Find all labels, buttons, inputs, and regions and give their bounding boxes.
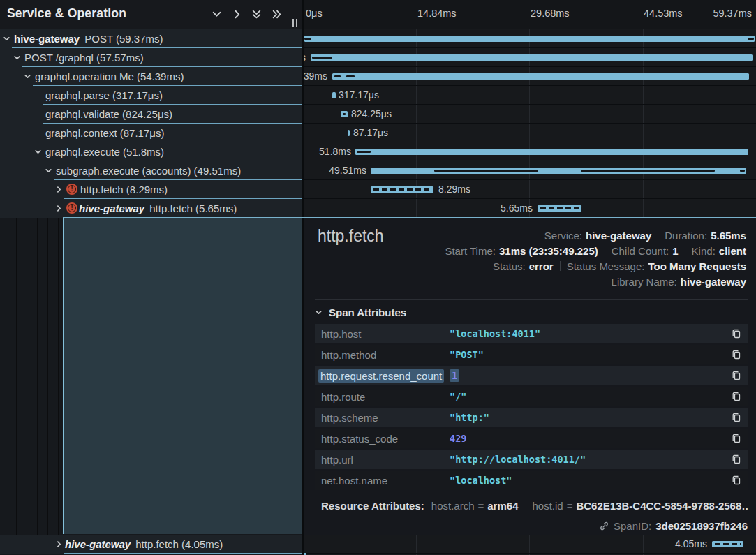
bar-segment — [740, 170, 745, 172]
tree-row-http-fetch-2-selected[interactable]: hive-gatewayhttp.fetch (5.65ms) — [0, 199, 302, 218]
attribute-key: http.method — [321, 349, 450, 361]
tree-row-hive-gateway-post[interactable]: hive-gatewayPOST (59.37ms) — [0, 29, 302, 48]
attribute-value: "localhost" — [450, 475, 512, 486]
meta-divider — [560, 261, 561, 271]
tree-row-subgraph-execute[interactable]: subgraph.execute (accounts) (49.51ms) — [0, 161, 302, 180]
meta-value: Too Many Requests — [648, 260, 746, 272]
span-detail-meta: Service: hive-gateway Duration: 5.65ms S… — [445, 228, 746, 289]
tree-row-http-fetch-3[interactable]: hive-gatewayhttp.fetch (4.05ms) — [0, 535, 302, 554]
meta-divider — [658, 230, 658, 240]
attribute-value: "POST" — [450, 349, 484, 360]
attribute-key: http.url — [321, 454, 450, 466]
copy-icon[interactable] — [731, 391, 742, 402]
meta-divider — [605, 246, 605, 256]
tree-row-graphql-operation[interactable]: graphql.operation Me (54.39ms) — [0, 67, 302, 86]
attribute-key: http.status_code — [321, 433, 450, 445]
span-label: graphql.validate (824.25μs) — [45, 105, 172, 124]
tree-row-graphql-context[interactable]: graphql.context (87.17μs) — [0, 124, 302, 142]
span-bar-validate[interactable] — [341, 111, 348, 117]
span-bar-http-fetch-3[interactable] — [712, 541, 743, 547]
attribute-value: "localhost:4011" — [450, 328, 540, 339]
meta-value: 5.65ms — [711, 230, 746, 242]
link-icon[interactable] — [599, 521, 609, 531]
tree-row-post-graphql[interactable]: POST /graphql (57.57ms) — [0, 48, 302, 67]
service-operation-header: Service & Operation — [0, 0, 302, 29]
span-label: graphql.execute (51.8ms) — [45, 142, 164, 161]
bar-segment — [343, 113, 346, 115]
span-id-value: 3de02518937fb246 — [655, 520, 748, 532]
copy-icon[interactable] — [731, 328, 742, 339]
chevron-down-icon — [315, 309, 323, 316]
span-bar-context[interactable] — [348, 130, 350, 136]
panel-title: Service & Operation — [7, 6, 126, 21]
collapse-one-icon[interactable] — [212, 9, 223, 20]
span-id-label: SpanID: — [614, 520, 651, 532]
attribute-value: "/" — [450, 391, 466, 402]
drag-handle-bar — [292, 19, 294, 27]
duration-label: 54.39ms — [304, 67, 327, 86]
copy-icon[interactable] — [731, 454, 742, 465]
span-detail-title: http.fetch — [318, 227, 384, 246]
span-id-row: SpanID: 3de02518937fb246 — [599, 518, 748, 533]
meta-divider — [685, 246, 685, 256]
copy-icon[interactable] — [731, 433, 742, 444]
tree-row-graphql-execute[interactable]: graphql.execute (51.8ms) — [0, 142, 302, 161]
expand-one-icon[interactable] — [232, 9, 243, 20]
panel-resize-handle[interactable] — [292, 19, 299, 28]
bar-segment — [346, 75, 355, 77]
bar-segment — [334, 75, 341, 77]
selected-row-border — [63, 217, 756, 218]
equals-sign: = — [478, 500, 484, 512]
attribute-row-selected: http.request.resend_count 1 — [315, 366, 748, 385]
resource-attributes-section-header[interactable]: Resource Attributes: host.arch = arm64 h… — [315, 497, 748, 514]
tree-row-http-fetch-1[interactable]: http.fetch (8.29ms) — [0, 180, 302, 199]
timeline-row-border — [304, 47, 756, 48]
row-border — [64, 553, 302, 554]
equals-sign: = — [567, 500, 573, 512]
span-bar-post-root[interactable] — [304, 36, 755, 42]
tree-row-graphql-validate[interactable]: graphql.validate (824.25μs) — [0, 105, 302, 124]
meta-value: hive-gateway — [586, 230, 651, 242]
duration-label: 824.25μs — [351, 105, 392, 124]
attribute-value: 429 — [450, 433, 466, 444]
span-bar-subgraph[interactable] — [371, 168, 746, 174]
meta-label: Service: — [544, 230, 582, 242]
duration-label: 87.17μs — [353, 124, 388, 142]
span-bar-http-fetch-2[interactable] — [538, 205, 581, 212]
span-attributes-section-header[interactable]: Span Attributes — [315, 306, 406, 318]
chevron-down-icon[interactable] — [24, 73, 31, 80]
span-bar-operation-me[interactable] — [332, 73, 749, 80]
chevron-down-icon[interactable] — [13, 54, 21, 61]
duration-label: 4.05ms — [658, 535, 707, 554]
copy-icon[interactable] — [731, 475, 742, 486]
span-bar-execute[interactable] — [355, 149, 748, 155]
chevron-down-icon[interactable] — [34, 148, 42, 156]
span-bar-post-graphql[interactable] — [311, 54, 753, 61]
chevron-down-icon[interactable] — [45, 167, 52, 175]
tree-row-graphql-parse[interactable]: graphql.parse (317.17μs) — [0, 86, 302, 105]
copy-icon[interactable] — [731, 370, 742, 381]
expand-all-icon[interactable] — [272, 9, 283, 20]
chevron-down-icon[interactable] — [3, 35, 10, 43]
drag-handle-bar — [296, 19, 297, 27]
copy-icon[interactable] — [731, 349, 742, 360]
chevron-right-icon[interactable] — [55, 205, 63, 212]
copy-icon[interactable] — [731, 412, 742, 423]
service-name: hive-gateway — [14, 33, 80, 45]
attribute-key: net.host.name — [321, 475, 450, 487]
section-separator — [315, 299, 748, 300]
meta-label: Status Message: — [567, 260, 645, 272]
bar-segment — [304, 38, 311, 40]
collapse-all-icon[interactable] — [251, 9, 262, 20]
selected-span-expanded-area — [63, 218, 302, 534]
attribute-row: http.url "http://localhost:4011/" — [315, 450, 748, 469]
bar-segment — [581, 170, 715, 172]
span-bar-parse[interactable] — [332, 92, 336, 98]
duration-label: 49.51ms — [318, 161, 366, 180]
chevron-right-icon[interactable] — [55, 540, 63, 548]
attribute-key: http.request.resend_count — [318, 370, 450, 382]
resource-key: host.id — [532, 500, 563, 512]
span-bar-http-fetch-1[interactable] — [371, 186, 433, 193]
chevron-right-icon[interactable] — [55, 186, 63, 193]
duration-label: 5.65ms — [484, 199, 533, 218]
